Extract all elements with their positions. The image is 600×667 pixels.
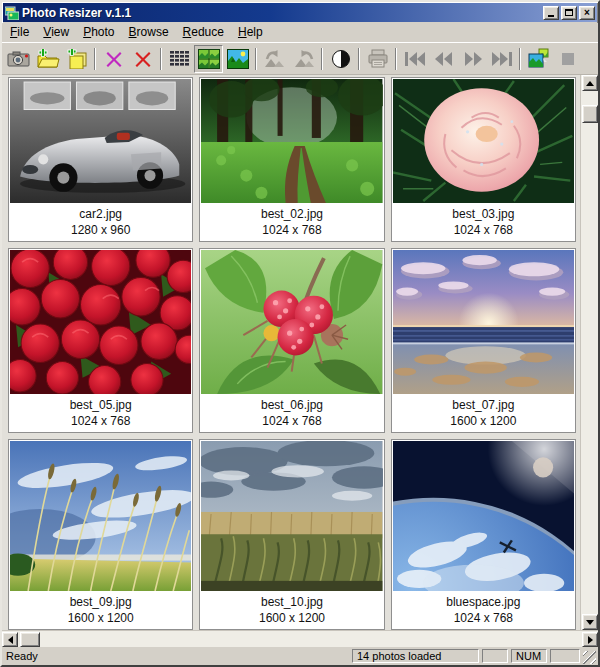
stop-button[interactable] <box>553 45 582 73</box>
add-folder-icon <box>36 49 60 69</box>
add-files-button[interactable] <box>62 45 91 73</box>
toolbar-separator <box>255 48 257 70</box>
photo-cell-best06[interactable]: best_06.jpg 1024 x 768 <box>199 248 384 433</box>
rotate-right-button[interactable] <box>289 45 318 73</box>
vertical-scrollbar[interactable] <box>580 75 598 630</box>
thumbnails-view-button[interactable] <box>194 45 223 73</box>
scroll-down-button[interactable] <box>582 614 598 630</box>
num-lock-indicator: NUM <box>511 649 547 663</box>
minimize-button[interactable] <box>543 6 559 20</box>
next-photo-button[interactable] <box>458 45 487 73</box>
thumbnail-best06 <box>201 250 382 394</box>
photo-filename: best_07.jpg <box>452 398 514 412</box>
horizontal-scroll-thumb[interactable] <box>20 632 40 647</box>
title-bar[interactable]: Photo Resizer v.1.1 × <box>3 3 597 22</box>
thumbnail-best02 <box>201 79 382 203</box>
maximize-button[interactable] <box>561 6 577 20</box>
delete-x-red-icon <box>133 49 153 69</box>
window-title: Photo Resizer v.1.1 <box>22 6 540 20</box>
arrow-right-icon <box>588 636 597 644</box>
contrast-icon <box>331 49 351 69</box>
status-message: Ready <box>6 650 349 662</box>
photo-cell-best07[interactable]: best_07.jpg 1600 x 1200 <box>391 248 576 433</box>
menu-reduce[interactable]: Reduce <box>176 23 231 42</box>
menu-view[interactable]: View <box>36 23 76 42</box>
photo-cell-car2[interactable]: car2.jpg 1280 x 960 <box>8 77 193 242</box>
scroll-right-button[interactable] <box>582 632 598 647</box>
photo-dimensions: 1600 x 1200 <box>68 611 134 625</box>
thumbnail-best03 <box>393 79 574 203</box>
thumbnails-view-icon <box>198 49 220 69</box>
photo-filename: best_06.jpg <box>261 398 323 412</box>
photo-dimensions: 1024 x 768 <box>262 414 321 428</box>
scroll-up-button[interactable] <box>582 75 598 91</box>
last-photo-button[interactable] <box>487 45 516 73</box>
resize-grip[interactable] <box>583 651 596 664</box>
arrow-down-icon <box>586 620 594 629</box>
vertical-scroll-thumb[interactable] <box>582 105 598 123</box>
photo-dimensions: 1024 x 768 <box>262 223 321 237</box>
preview-image-button[interactable] <box>223 45 252 73</box>
resize-photo-button[interactable] <box>524 45 553 73</box>
stop-icon <box>561 52 575 66</box>
photo-cell-best03[interactable]: best_03.jpg 1024 x 768 <box>391 77 576 242</box>
app-icon <box>5 6 19 20</box>
status-panel-empty-2 <box>550 649 580 663</box>
delete-photo-button[interactable] <box>128 45 157 73</box>
print-button[interactable] <box>363 45 392 73</box>
photo-dimensions: 1600 x 1200 <box>450 414 516 428</box>
previous-photo-button[interactable] <box>429 45 458 73</box>
remove-photo-button[interactable] <box>99 45 128 73</box>
next-icon <box>462 51 484 67</box>
photo-cell-best02[interactable]: best_02.jpg 1024 x 768 <box>199 77 384 242</box>
photo-filename: best_03.jpg <box>452 207 514 221</box>
thumbnail-car2 <box>10 79 191 203</box>
app-window: Photo Resizer v.1.1 × File View Photo Br… <box>0 0 600 667</box>
horizontal-scrollbar[interactable] <box>2 630 598 647</box>
details-view-button[interactable] <box>165 45 194 73</box>
menu-help[interactable]: Help <box>231 23 270 42</box>
thumbnail-best10 <box>201 441 382 591</box>
arrow-left-icon <box>4 636 13 644</box>
toolbar-separator <box>160 48 162 70</box>
photo-cell-best10[interactable]: best_10.jpg 1600 x 1200 <box>199 439 384 630</box>
remove-x-magenta-icon <box>104 49 124 69</box>
first-photo-button[interactable] <box>400 45 429 73</box>
rotate-left-button[interactable] <box>260 45 289 73</box>
client-area: car2.jpg 1280 x 960 <box>2 75 598 647</box>
menu-file[interactable]: File <box>3 23 36 42</box>
last-icon <box>490 51 514 67</box>
resize-photo-icon <box>527 48 551 70</box>
camera-button[interactable] <box>4 45 33 73</box>
minimize-icon <box>548 15 554 17</box>
menu-photo[interactable]: Photo <box>76 23 121 42</box>
close-icon: × <box>584 8 590 18</box>
photo-cell-best09[interactable]: best_09.jpg 1600 x 1200 <box>8 439 193 630</box>
contrast-button[interactable] <box>326 45 355 73</box>
photo-dimensions: 1600 x 1200 <box>259 611 325 625</box>
photo-filename: best_10.jpg <box>261 595 323 609</box>
arrow-up-icon <box>586 77 594 86</box>
scroll-left-button[interactable] <box>2 632 18 647</box>
photo-dimensions: 1280 x 960 <box>71 223 130 237</box>
previous-icon <box>433 51 455 67</box>
photo-filename: best_02.jpg <box>261 207 323 221</box>
thumbnail-best05 <box>10 250 191 394</box>
photo-cell-best05[interactable]: best_05.jpg 1024 x 768 <box>8 248 193 433</box>
toolbar-separator <box>321 48 323 70</box>
status-bar: Ready 14 photos loaded NUM <box>2 647 598 665</box>
thumbnail-best07 <box>393 250 574 394</box>
photo-dimensions: 1024 x 768 <box>71 414 130 428</box>
photo-dimensions: 1024 x 768 <box>454 223 513 237</box>
photo-dimensions: 1024 x 768 <box>454 611 513 625</box>
thumbnail-best09 <box>10 441 191 591</box>
menu-browse[interactable]: Browse <box>122 23 176 42</box>
rotate-right-icon <box>292 49 316 69</box>
add-folder-button[interactable] <box>33 45 62 73</box>
close-button[interactable]: × <box>579 6 595 20</box>
thumbnail-bluespace <box>393 441 574 591</box>
status-panel-empty-1 <box>482 649 508 663</box>
photo-cell-bluespace[interactable]: bluespace.jpg 1024 x 768 <box>391 439 576 630</box>
preview-image-icon <box>227 49 249 69</box>
photo-filename: best_09.jpg <box>70 595 132 609</box>
